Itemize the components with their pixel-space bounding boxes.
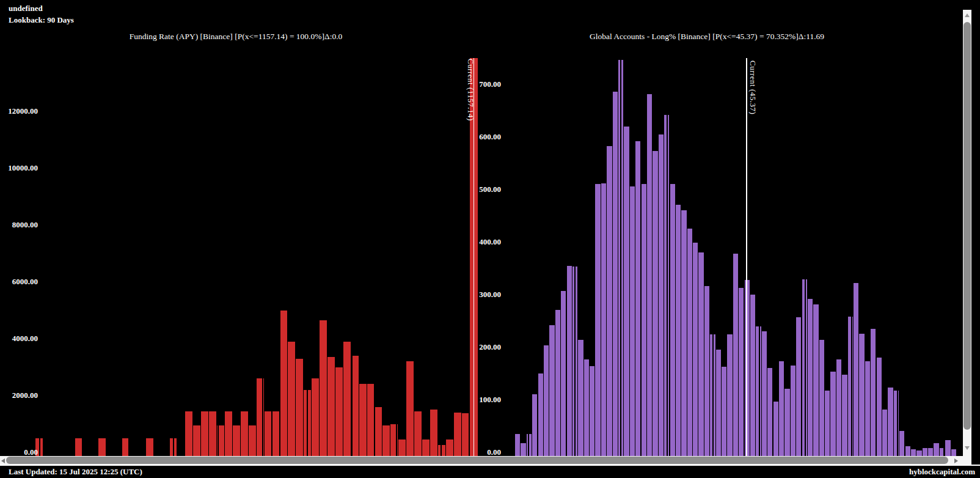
x-gridline [805,58,806,456]
histogram-bar [549,325,554,456]
y-axis-tick-label: 10000.00 [0,163,38,173]
histogram-bar [762,331,767,456]
histogram-bar [422,439,430,456]
histogram-bar [727,334,732,457]
histogram-bar [825,391,830,456]
histogram-bar [934,443,938,456]
y-axis-tick-label: 200.00 [453,342,501,352]
histogram-bar [630,186,635,456]
histogram-bar [842,375,847,456]
histogram-bar [296,359,303,456]
x-gridline [528,58,529,456]
histogram-bar [836,359,841,456]
x-gridline [897,58,898,456]
histogram-bar [414,411,422,456]
x-gridline [620,58,621,456]
x-gridline [84,58,85,456]
lookback-label: Lookback: 90 Days [9,15,74,25]
histogram-bar [659,134,664,456]
histogram-bar [693,243,698,456]
histogram-bar [98,438,106,456]
histogram-bar [773,402,778,456]
histogram-bar [590,366,594,456]
histogram-bar [320,320,327,456]
brand-link[interactable]: hyblockcapital.com [909,467,975,477]
histogram-bar [327,357,335,456]
histogram-bar [446,439,453,456]
histogram-bar [225,411,232,456]
histogram-bar [945,440,950,456]
scroll-left-arrow-icon[interactable] [1,458,5,463]
histogram-bar [367,384,375,456]
histogram-bar [905,446,910,456]
histogram-bar [567,266,572,456]
histogram-bar [601,183,606,456]
x-gridline [441,58,442,456]
scroll-down-arrow-icon[interactable] [965,446,970,450]
horizontal-scrollbar-thumb[interactable] [6,457,948,464]
histogram-bar [209,411,216,456]
histogram-bar [808,299,813,456]
histogram-bar [716,350,721,456]
symbol-label: undefined [9,4,43,13]
y-axis-tick-label: 2000.00 [0,391,38,400]
y-axis-tick-label: 500.00 [453,185,501,194]
x-gridline [943,58,945,456]
histogram-bar [750,295,755,456]
histogram-bar [698,252,703,456]
histogram-bar [578,340,583,456]
current-value-label: Current (1157.14) [466,59,475,121]
histogram-bar [796,317,801,456]
histogram-bar [382,425,390,456]
x-gridline [712,58,714,456]
histogram-bar [406,361,414,456]
histogram-bar [704,286,709,456]
y-axis-tick-label: 0.00 [0,447,38,457]
histogram-bar [233,425,240,456]
histogram-bar [784,389,789,456]
x-gridline [39,58,40,456]
scroll-up-arrow-icon[interactable] [965,13,970,17]
scroll-right-arrow-icon[interactable] [954,458,958,463]
histogram-bar [877,358,882,456]
histogram-bar [819,340,824,456]
histogram-bar [288,342,295,456]
histogram-bar [521,443,525,456]
histogram-bar [642,184,646,456]
vertical-scrollbar-thumb[interactable] [964,22,971,430]
chart-dashboard: undefined Lookback: 90 Days Funding Rate… [0,0,980,478]
histogram-bar [791,366,795,456]
last-updated-label: Last Updated: 15 Jul 2025 12:25 (UTC) [9,467,142,477]
x-gridline [396,58,397,456]
histogram-bar [916,450,921,456]
histogram-bar [584,359,589,456]
histogram-bar [767,368,772,456]
x-gridline [351,58,353,456]
histogram-bar [430,410,437,456]
x-gridline [759,58,760,456]
histogram-bar [272,411,280,456]
x-gridline [667,58,668,456]
histogram-bar [515,434,520,456]
histogram-bar [687,229,692,456]
y-axis-tick-label: 400.00 [453,237,501,247]
y-axis-tick-label: 12000.00 [0,106,38,116]
histogram-bar [538,373,543,456]
histogram-bar [871,329,876,456]
histogram-bar [265,411,272,456]
histogram-bar [911,449,916,456]
y-axis-tick-label: 4000.00 [0,334,38,344]
histogram-bar [343,342,351,456]
histogram-bar [882,410,887,456]
histogram-bar [613,92,618,456]
y-axis-tick-label: 700.00 [453,79,501,89]
histogram-bar [335,367,343,457]
footer-divider [0,465,980,466]
histogram-bar [854,283,858,456]
histogram-bar [375,407,382,456]
histogram-bar [951,449,956,456]
y-axis-tick-label: 0.00 [453,447,501,457]
histogram-bar [75,438,82,456]
histogram-bar [624,127,629,456]
histogram-bar [607,146,612,456]
